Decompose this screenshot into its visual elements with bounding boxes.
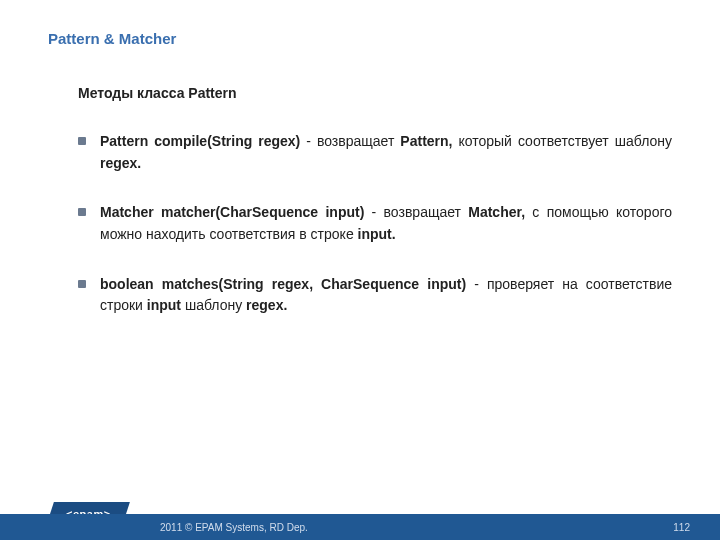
- slide: Pattern & Matcher Методы класса Pattern …: [0, 0, 720, 540]
- param: regex.: [100, 155, 141, 171]
- copyright-text: 2011 © EPAM Systems, RD Dep.: [160, 522, 308, 533]
- text: возвращает: [384, 204, 469, 220]
- separator: -: [364, 204, 383, 220]
- param: input.: [358, 226, 396, 242]
- bullet-list: Pattern compile(String regex) - возвраща…: [78, 131, 672, 317]
- list-item: boolean matches(String regex, CharSequen…: [78, 274, 672, 317]
- page-number: 112: [673, 522, 690, 533]
- list-item: Pattern compile(String regex) - возвраща…: [78, 131, 672, 174]
- text: который соответствует шаблону: [452, 133, 672, 149]
- section-heading: Методы класса Pattern: [78, 85, 672, 101]
- param: regex.: [246, 297, 287, 313]
- method-signature: Matcher matcher(CharSequence input): [100, 204, 364, 220]
- separator: -: [300, 133, 317, 149]
- method-signature: boolean matches(String regex, CharSequen…: [100, 276, 466, 292]
- return-type: Matcher,: [468, 204, 525, 220]
- method-signature: Pattern compile(String regex): [100, 133, 300, 149]
- param: input: [147, 297, 181, 313]
- footer-bar: 2011 © EPAM Systems, RD Dep. 112: [0, 514, 720, 540]
- list-item: Matcher matcher(CharSequence input) - во…: [78, 202, 672, 245]
- slide-title: Pattern & Matcher: [48, 30, 672, 47]
- text: шаблону: [181, 297, 246, 313]
- text: возвращает: [317, 133, 400, 149]
- return-type: Pattern,: [400, 133, 452, 149]
- separator: -: [466, 276, 487, 292]
